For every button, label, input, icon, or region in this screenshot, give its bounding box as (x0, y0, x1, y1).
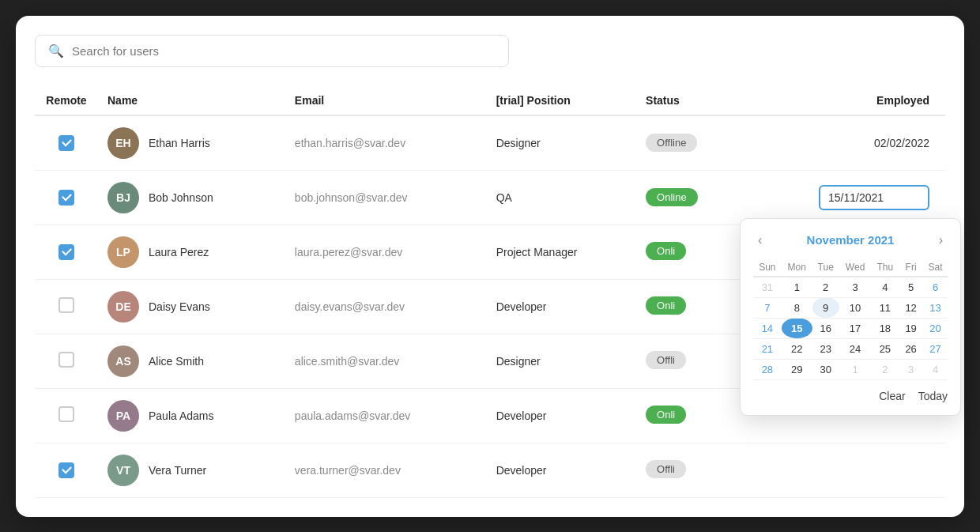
name-cell: EH Ethan Harris (98, 115, 285, 171)
remote-cell[interactable] (35, 224, 98, 279)
email-cell: vera.turner@svar.dev (285, 443, 487, 497)
user-name: Daisy Evans (149, 300, 210, 313)
row-checkbox[interactable] (58, 244, 74, 260)
calendar-day[interactable]: 4 (923, 359, 948, 379)
calendar-day[interactable]: 9 (812, 297, 839, 318)
calendar-day[interactable]: 19 (899, 318, 923, 338)
calendar-day[interactable]: 14 (753, 318, 782, 338)
remote-cell[interactable] (35, 170, 98, 224)
calendar-day[interactable]: 31 (753, 277, 782, 298)
calendar-day[interactable]: 21 (753, 338, 782, 359)
calendar-day[interactable]: 1 (782, 277, 812, 298)
calendar-day[interactable]: 11 (872, 297, 899, 318)
avatar: AS (107, 345, 139, 377)
table-row: EH Ethan Harris ethan.harris@svar.dev De… (35, 115, 945, 171)
day-header: Thu (872, 258, 899, 277)
calendar-day[interactable]: 2 (812, 277, 839, 298)
calendar-day[interactable]: 10 (839, 297, 872, 318)
email-cell: daisy.evans@svar.dev (285, 279, 487, 334)
day-header: Fri (899, 258, 923, 277)
email-cell: ethan.harris@svar.dev (285, 115, 487, 171)
calendar-day[interactable]: 23 (812, 338, 839, 359)
avatar: DE (107, 291, 139, 323)
users-table: Remote Name Email [trial] Position Statu… (35, 86, 945, 498)
calendar-clear-button[interactable]: Clear (879, 390, 905, 402)
name-cell: PA Paula Adams (98, 388, 285, 443)
remote-cell[interactable] (35, 115, 98, 171)
status-cell: Offli (636, 443, 742, 497)
calendar-day[interactable]: 3 (899, 359, 923, 379)
remote-cell[interactable] (35, 334, 98, 388)
prev-month-button[interactable]: ‹ (753, 232, 767, 249)
status-badge: Online (646, 188, 698, 206)
avatar: EH (107, 127, 139, 159)
next-month-button[interactable]: › (934, 232, 948, 249)
row-checkbox[interactable] (58, 190, 74, 206)
status-cell: Onli (636, 388, 742, 443)
calendar-day[interactable]: 8 (782, 297, 812, 318)
calendar-day[interactable]: 13 (923, 297, 948, 318)
avatar: BJ (107, 182, 139, 213)
row-checkbox[interactable] (58, 135, 74, 151)
user-name: Ethan Harris (149, 137, 210, 149)
day-header: Tue (812, 258, 839, 277)
calendar-day[interactable]: 24 (839, 338, 872, 359)
name-cell: VT Vera Turner (98, 443, 285, 497)
calendar-day[interactable]: 17 (839, 318, 872, 338)
col-name: Name (98, 86, 285, 115)
calendar-day[interactable]: 1 (839, 359, 872, 379)
name-cell: DE Daisy Evans (98, 279, 285, 334)
calendar-popup: ‹ November 2021 › SunMonTueWedThuFriSat … (740, 218, 961, 416)
calendar-day[interactable]: 6 (923, 277, 948, 298)
position-cell: Developer (487, 388, 636, 443)
remote-cell[interactable] (35, 279, 98, 334)
status-badge: Offli (646, 351, 686, 369)
calendar-day[interactable]: 28 (753, 359, 782, 379)
row-checkbox[interactable] (58, 352, 74, 368)
row-checkbox[interactable] (58, 406, 74, 422)
search-bar[interactable]: 🔍 (35, 35, 509, 67)
employed-cell[interactable]: ‹ November 2021 › SunMonTueWedThuFriSat … (742, 170, 945, 224)
calendar-day[interactable]: 15 (782, 318, 812, 338)
calendar-day[interactable]: 18 (872, 318, 899, 338)
calendar-day[interactable]: 7 (753, 297, 782, 318)
calendar-day[interactable]: 5 (899, 277, 923, 298)
name-cell: LP Laura Perez (98, 224, 285, 279)
calendar-day[interactable]: 29 (782, 359, 812, 379)
status-badge: Onli (646, 296, 686, 315)
status-cell: Onli (636, 279, 742, 334)
col-employed: Employed (742, 86, 945, 115)
avatar: PA (107, 400, 139, 432)
user-name: Alice Smith (149, 355, 204, 368)
calendar-day[interactable]: 2 (872, 359, 899, 379)
calendar-day[interactable]: 12 (899, 297, 923, 318)
day-header: Mon (782, 258, 812, 277)
remote-cell[interactable] (35, 443, 98, 497)
date-input[interactable] (819, 185, 929, 210)
col-email: Email (285, 86, 487, 115)
calendar-day[interactable]: 27 (923, 338, 948, 359)
row-checkbox[interactable] (58, 462, 74, 478)
row-checkbox[interactable] (58, 297, 74, 313)
user-name: Bob Johnson (149, 191, 213, 204)
status-badge: Onli (646, 406, 686, 424)
calendar-day[interactable]: 30 (812, 359, 839, 379)
day-header: Sat (923, 258, 948, 277)
calendar-day[interactable]: 20 (923, 318, 948, 338)
position-cell: QA (487, 170, 636, 224)
status-cell: Online (636, 170, 742, 224)
calendar-day[interactable]: 16 (812, 318, 839, 338)
avatar: LP (107, 236, 139, 268)
calendar-day[interactable]: 4 (872, 277, 899, 298)
position-cell: Project Manager (487, 224, 636, 279)
calendar-today-button[interactable]: Today (918, 390, 948, 402)
calendar-day[interactable]: 25 (872, 338, 899, 359)
search-input[interactable] (72, 44, 496, 58)
calendar-day[interactable]: 26 (899, 338, 923, 359)
calendar-day[interactable]: 3 (839, 277, 872, 298)
remote-cell[interactable] (35, 388, 98, 443)
position-cell: Designer (487, 115, 636, 171)
col-position: [trial] Position (487, 86, 636, 115)
calendar-day[interactable]: 22 (782, 338, 812, 359)
status-badge: Offli (646, 460, 686, 478)
